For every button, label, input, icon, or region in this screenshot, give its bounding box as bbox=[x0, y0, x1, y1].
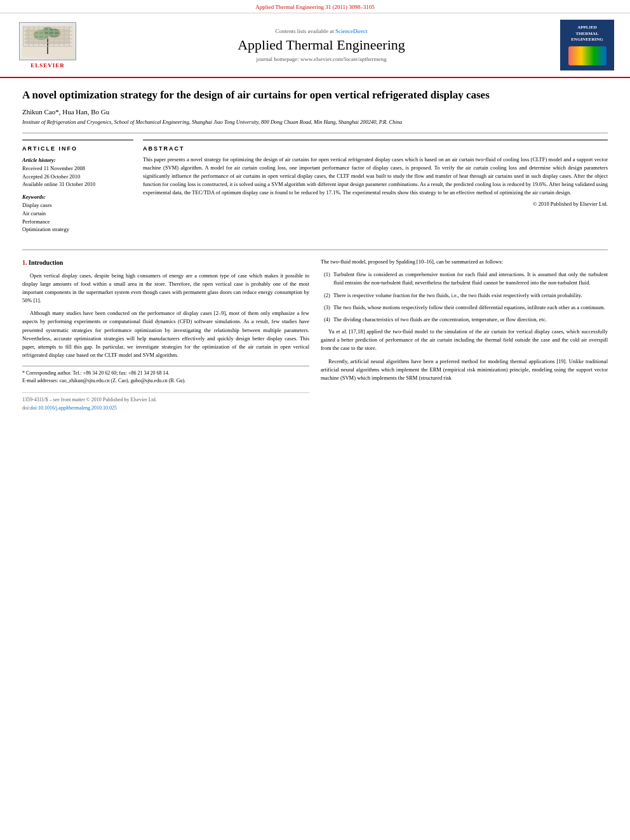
authors-text: Zhikun Cao*, Hua Han, Bo Gu bbox=[22, 108, 109, 116]
main-content: A novel optimization strategy for the de… bbox=[0, 78, 630, 425]
doi-text: doi: bbox=[22, 405, 30, 411]
elsevier-brand-name: ELSEVIER bbox=[30, 62, 65, 69]
two-fluid-intro: The two-fluid model, proposed by Spaldin… bbox=[321, 258, 608, 266]
section-number: 1. bbox=[22, 259, 27, 266]
recently-paragraph: Recently, artificial neural algorithms h… bbox=[321, 357, 608, 383]
bottom-meta: 1359-4311/$ – see front matter © 2010 Pu… bbox=[22, 392, 309, 412]
journal-title-area: Contents lists available at ScienceDirec… bbox=[83, 28, 560, 62]
footnote-corresponding: * Corresponding author. Tel.: +86 34 20 … bbox=[22, 370, 309, 377]
contents-available: Contents lists available at ScienceDirec… bbox=[95, 28, 547, 34]
journal-citation-bar: Applied Thermal Engineering 31 (2011) 30… bbox=[0, 0, 630, 13]
yu-para-text: Yu et al. [17,18] applied the two-fluid … bbox=[321, 328, 608, 351]
accepted-date: Accepted 26 October 2010 bbox=[22, 173, 133, 181]
two-col-body: 1. Introduction Open vertical display ca… bbox=[22, 258, 608, 412]
list-item-2: (2) There is respective volume fraction … bbox=[324, 291, 608, 300]
journal-citation: Applied Thermal Engineering 31 (2011) 30… bbox=[255, 4, 375, 10]
list-num-2: (2) bbox=[324, 291, 330, 300]
svg-rect-1 bbox=[25, 29, 70, 44]
list-item-4: (4) The dividing characteristics of two … bbox=[324, 316, 608, 324]
doi-line1: 1359-4311/$ – see front matter © 2010 Pu… bbox=[22, 396, 309, 404]
keyword-4: Optimization strategy bbox=[22, 225, 133, 234]
journal-logo-text: APPLIEDTHERMALENGINEERING bbox=[571, 25, 603, 43]
history-label: Article history: bbox=[22, 157, 133, 163]
abstract-column: ABSTRACT This paper presents a novel str… bbox=[143, 140, 608, 243]
recently-para-text: Recently, artificial neural algorithms h… bbox=[321, 358, 608, 381]
received-date: Received 11 November 2008 bbox=[22, 164, 133, 173]
intro-para1: Open vertical display cases, despite bei… bbox=[22, 272, 309, 305]
affiliation-text: Institute of Refrigeration and Cryogenic… bbox=[22, 119, 608, 125]
elsevier-graphic bbox=[19, 22, 76, 60]
abstract-box: ABSTRACT This paper presents a novel str… bbox=[143, 140, 608, 207]
list-num-3: (3) bbox=[324, 303, 330, 312]
abstract-text: This paper presents a novel strategy for… bbox=[143, 156, 608, 197]
keywords-label: Keywords: bbox=[22, 194, 133, 200]
list-text-4: The dividing characteristics of two flui… bbox=[333, 316, 547, 324]
elsevier-logo: ELSEVIER bbox=[13, 22, 83, 69]
intro-para2: Although many studies have been conducte… bbox=[22, 309, 309, 359]
svg-point-5 bbox=[43, 27, 53, 34]
article-history-section: Article history: Received 11 November 20… bbox=[22, 157, 133, 189]
journal-logo-area: APPLIEDTHERMALENGINEERING bbox=[560, 20, 617, 70]
abstract-heading: ABSTRACT bbox=[143, 145, 608, 152]
svg-point-4 bbox=[48, 29, 60, 37]
available-date: Available online 31 October 2010 bbox=[22, 180, 133, 189]
publisher-logo-area: ELSEVIER bbox=[13, 22, 83, 69]
journal-header: ELSEVIER Contents lists available at Sci… bbox=[0, 13, 630, 78]
list-item-1: (1) Turbulent flow is considered as comp… bbox=[324, 270, 608, 287]
article-info-box: ARTICLE INFO Article history: Received 1… bbox=[22, 140, 133, 234]
header-divider bbox=[22, 133, 608, 133]
intro-para1-text: Open vertical display cases, despite bei… bbox=[22, 272, 309, 304]
journal-homepage: journal homepage: www.elsevier.com/locat… bbox=[95, 56, 547, 62]
intro-title: Introduction bbox=[29, 259, 63, 266]
journal-logo-box: APPLIEDTHERMALENGINEERING bbox=[560, 20, 614, 70]
intro-heading: 1. Introduction bbox=[22, 258, 309, 268]
article-info-abstract-row: ARTICLE INFO Article history: Received 1… bbox=[22, 140, 608, 243]
svg-point-3 bbox=[34, 30, 49, 40]
journal-logo-graphic bbox=[568, 46, 607, 65]
list-text-1: Turbulent flow is considered as comprehe… bbox=[333, 270, 608, 287]
list-item-3: (3) The two fluids, whose motions respec… bbox=[324, 303, 608, 312]
body-divider bbox=[22, 250, 608, 250]
elsevier-tree-icon bbox=[22, 25, 73, 57]
list-num-4: (4) bbox=[324, 316, 330, 324]
list-text-2: There is respective volume fraction for … bbox=[333, 291, 582, 300]
journal-name: Applied Thermal Engineering bbox=[95, 37, 547, 53]
keyword-3: Performance bbox=[22, 218, 133, 226]
footnote-area: * Corresponding author. Tel.: +86 34 20 … bbox=[22, 366, 309, 385]
list-text-3: The two fluids, whose motions respective… bbox=[333, 303, 605, 312]
keywords-section: Keywords: Display cases Air curtain Perf… bbox=[22, 194, 133, 234]
numbered-list: (1) Turbulent flow is considered as comp… bbox=[321, 270, 608, 324]
article-title: A novel optimization strategy for the de… bbox=[22, 88, 608, 103]
article-info-column: ARTICLE INFO Article history: Received 1… bbox=[22, 140, 133, 243]
right-text-col: The two-fluid model, proposed by Spaldin… bbox=[321, 258, 608, 412]
sciencedirect-link[interactable]: ScienceDirect bbox=[335, 28, 367, 34]
authors-line: Zhikun Cao*, Hua Han, Bo Gu bbox=[22, 108, 608, 116]
list-num-1: (1) bbox=[324, 270, 330, 287]
page: Applied Thermal Engineering 31 (2011) 30… bbox=[0, 0, 630, 840]
copyright-line: © 2010 Published by Elsevier Ltd. bbox=[143, 201, 608, 207]
doi-link[interactable]: doi:10.1016/j.applthermaleng.2010.10.025 bbox=[30, 405, 117, 411]
intro-para2-text: Although many studies have been conducte… bbox=[22, 310, 309, 358]
keyword-1: Display cases bbox=[22, 201, 133, 210]
keyword-2: Air curtain bbox=[22, 210, 133, 218]
yu-paragraph: Yu et al. [17,18] applied the two-fluid … bbox=[321, 328, 608, 353]
doi-line2: doi:doi:10.1016/j.applthermaleng.2010.10… bbox=[22, 404, 309, 412]
article-info-heading: ARTICLE INFO bbox=[22, 145, 133, 152]
footnote-email: E-mail addresses: cao_zhikun@sjtu.edu.cn… bbox=[22, 377, 309, 385]
left-text-col: 1. Introduction Open vertical display ca… bbox=[22, 258, 309, 412]
